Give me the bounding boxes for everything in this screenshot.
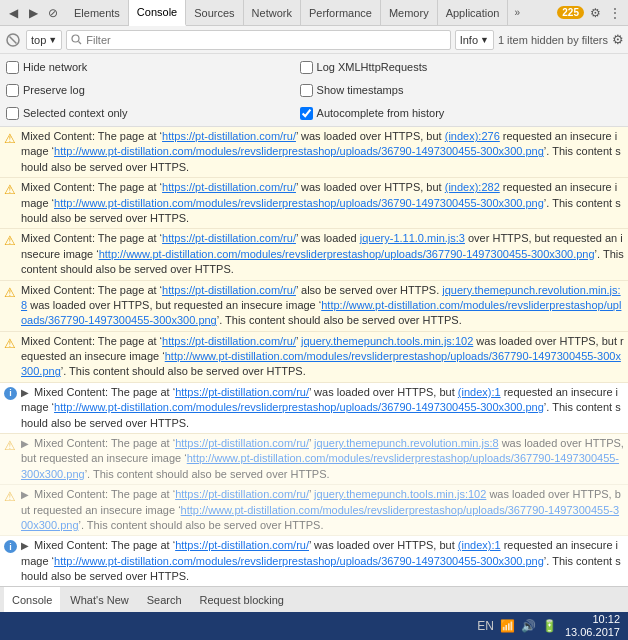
clear-icon[interactable]: ⊘ <box>44 4 62 22</box>
entry-link[interactable]: https://pt-distillation.com/ru/ <box>175 437 309 449</box>
menu-icon[interactable]: ⋮ <box>606 4 624 22</box>
entry-link[interactable]: https://pt-distillation.com/ru/ <box>175 539 309 551</box>
svg-line-3 <box>79 42 82 45</box>
level-arrow-icon: ▼ <box>480 35 489 45</box>
bottom-tab-request-blocking[interactable]: Request blocking <box>192 587 292 613</box>
top-nav: ◀ ▶ ⊘ Elements Console Sources Network P… <box>0 0 628 26</box>
filter-input[interactable] <box>86 34 445 46</box>
warning-icon: ⚠ <box>4 130 18 148</box>
entry-link[interactable]: https://pt-distillation.com/ru/ <box>175 386 309 398</box>
warning-icon: ⚠ <box>4 488 18 506</box>
context-arrow-icon: ▼ <box>48 35 57 45</box>
entry-image-link[interactable]: http://www.pt-distillation.com/modules/r… <box>54 401 544 413</box>
entry-location-link[interactable]: jquery.themepunch.tools.min.js:102 <box>301 335 473 347</box>
toolbar-settings-icon[interactable]: ⚙ <box>612 32 624 47</box>
console-entry: ⚠ Mixed Content: The page at ‘https://pt… <box>0 127 628 178</box>
clear-console-button[interactable] <box>4 31 22 49</box>
bottom-tab-search[interactable]: Search <box>139 587 190 613</box>
entry-content: Mixed Content: The page at ‘https://pt-d… <box>21 129 624 175</box>
svg-line-1 <box>10 36 17 43</box>
more-tabs-button[interactable]: » <box>508 0 526 26</box>
log-xml-label[interactable]: Log XMLHttpRequests <box>317 61 428 73</box>
entry-image-link[interactable]: http://www.pt-distillation.com/modules/r… <box>54 555 544 567</box>
autocomplete-label[interactable]: Autocomplete from history <box>317 107 445 119</box>
selected-context-label[interactable]: Selected context only <box>23 107 128 119</box>
entry-image-link[interactable]: http://www.pt-distillation.com/modules/r… <box>21 350 621 377</box>
console-entry: ⚠ ▶ Mixed Content: The page at ‘https://… <box>0 434 628 485</box>
entry-content: ▶ Mixed Content: The page at ‘https://pt… <box>21 538 624 584</box>
log-xml-checkbox[interactable] <box>300 61 313 74</box>
right-checkboxes: Log XMLHttpRequests Show timestamps Auto… <box>294 54 451 126</box>
entry-location-link[interactable]: (index):276 <box>445 130 500 142</box>
entry-link[interactable]: https://pt-distillation.com/ru/ <box>175 488 309 500</box>
entry-link[interactable]: https://pt-distillation.com/ru/ <box>162 335 296 347</box>
entry-image-link[interactable]: http://www.pt-distillation.com/modules/r… <box>99 248 595 260</box>
error-badge: 225 <box>557 6 584 19</box>
level-label: Info <box>460 34 478 46</box>
expand-arrow-icon[interactable]: ▶ <box>21 438 29 449</box>
entry-content: ▶ Mixed Content: The page at ‘https://pt… <box>21 436 624 482</box>
nav-icons: ◀ ▶ ⊘ <box>0 4 66 22</box>
back-icon[interactable]: ◀ <box>4 4 22 22</box>
console-entry: ⚠ Mixed Content: The page at ‘https://pt… <box>0 332 628 383</box>
entry-image-link[interactable]: http://www.pt-distillation.com/modules/r… <box>21 452 619 479</box>
info-icon: i <box>4 386 18 400</box>
tab-elements[interactable]: Elements <box>66 0 129 26</box>
entry-location-link[interactable]: (index):1 <box>458 386 501 398</box>
entry-link[interactable]: https://pt-distillation.com/ru/ <box>162 232 296 244</box>
settings-icon[interactable]: ⚙ <box>586 4 604 22</box>
checkboxes-bar: Hide network Preserve log Selected conte… <box>0 54 628 127</box>
autocomplete-checkbox[interactable] <box>300 107 313 120</box>
forward-icon[interactable]: ▶ <box>24 4 42 22</box>
entry-content: Mixed Content: The page at ‘https://pt-d… <box>21 283 624 329</box>
entry-link[interactable]: https://pt-distillation.com/ru/ <box>162 284 296 296</box>
taskbar-volume-icon: 🔊 <box>521 619 536 633</box>
entry-content: ▶ Mixed Content: The page at ‘https://pt… <box>21 487 624 533</box>
entry-link[interactable]: https://pt-distillation.com/ru/ <box>162 130 296 142</box>
expand-arrow-icon[interactable]: ▶ <box>21 540 29 551</box>
search-icon <box>71 34 82 45</box>
toolbar: top ▼ Info ▼ 1 item hidden by filters ⚙ <box>0 26 628 54</box>
preserve-log-label[interactable]: Preserve log <box>23 84 85 96</box>
bottom-tab-console[interactable]: Console <box>4 587 60 613</box>
tab-memory[interactable]: Memory <box>381 0 438 26</box>
entry-content: Mixed Content: The page at ‘https://pt-d… <box>21 231 624 277</box>
tab-console[interactable]: Console <box>129 0 186 26</box>
tab-application[interactable]: Application <box>438 0 509 26</box>
context-selector[interactable]: top ▼ <box>26 30 62 50</box>
selected-context-row: Selected context only <box>6 102 128 124</box>
entry-link[interactable]: https://pt-distillation.com/ru/ <box>162 181 296 193</box>
taskbar-time: 10:12 <box>565 613 620 626</box>
left-checkboxes: Hide network Preserve log Selected conte… <box>0 54 134 126</box>
warning-icon: ⚠ <box>4 232 18 250</box>
tab-network[interactable]: Network <box>244 0 301 26</box>
entry-location-link[interactable]: jquery.themepunch.revolution.min.js:8 <box>314 437 498 449</box>
show-timestamps-checkbox[interactable] <box>300 84 313 97</box>
taskbar-clock: 10:12 13.06.2017 <box>561 613 624 639</box>
entry-image-link[interactable]: http://www.pt-distillation.com/modules/r… <box>54 197 544 209</box>
entry-image-link[interactable]: http://www.pt-distillation.com/modules/r… <box>54 145 544 157</box>
entry-location-link[interactable]: (index):282 <box>445 181 500 193</box>
hidden-count: 1 item hidden by filters <box>498 34 608 46</box>
tab-sources[interactable]: Sources <box>186 0 243 26</box>
entry-image-link[interactable]: http://www.pt-distillation.com/modules/r… <box>21 299 621 326</box>
context-label: top <box>31 34 46 46</box>
entry-location-link[interactable]: jquery-1.11.0.min.js:3 <box>360 232 465 244</box>
show-timestamps-label[interactable]: Show timestamps <box>317 84 404 96</box>
taskbar-date: 13.06.2017 <box>565 626 620 639</box>
expand-arrow-icon[interactable]: ▶ <box>21 387 29 398</box>
entry-location-link[interactable]: (index):1 <box>458 539 501 551</box>
bottom-tab-whatsnew[interactable]: What's New <box>62 587 136 613</box>
hide-network-label[interactable]: Hide network <box>23 61 87 73</box>
tab-performance[interactable]: Performance <box>301 0 381 26</box>
level-selector[interactable]: Info ▼ <box>455 30 494 50</box>
entry-location-link[interactable]: jquery.themepunch.tools.min.js:102 <box>314 488 486 500</box>
entry-image-link[interactable]: http://www.pt-distillation.com/modules/r… <box>21 504 619 531</box>
console-entry: ⚠ Mixed Content: The page at ‘https://pt… <box>0 229 628 280</box>
expand-arrow-icon[interactable]: ▶ <box>21 489 29 500</box>
preserve-log-checkbox[interactable] <box>6 84 19 97</box>
selected-context-checkbox[interactable] <box>6 107 19 120</box>
console-entry: ⚠ Mixed Content: The page at ‘https://pt… <box>0 281 628 332</box>
hide-network-checkbox[interactable] <box>6 61 19 74</box>
taskbar-lang: EN <box>477 619 494 633</box>
